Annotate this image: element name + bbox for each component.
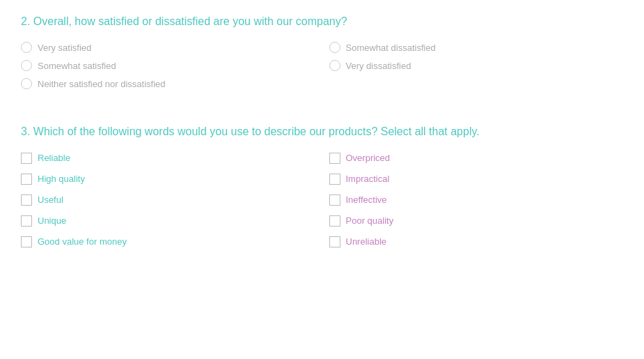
- radio-somewhat-dissatisfied[interactable]: Somewhat dissatisfied: [329, 42, 624, 53]
- radio-label-somewhat-dissatisfied: Somewhat dissatisfied: [346, 43, 436, 53]
- separator: [21, 96, 623, 124]
- radio-label-somewhat-satisfied: Somewhat satisfied: [38, 61, 116, 71]
- question-3: 3. Which of the following words would yo…: [21, 124, 623, 247]
- checkbox-label-reliable: Reliable: [38, 153, 70, 163]
- checkbox-label-unreliable: Unreliable: [346, 236, 387, 247]
- checkbox-reliable[interactable]: Reliable: [21, 153, 315, 164]
- checkbox-label-unique: Unique: [38, 215, 66, 226]
- radio-input-very-dissatisfied[interactable]: [329, 60, 340, 71]
- radio-label-very-satisfied: Very satisfied: [38, 43, 91, 53]
- question-2: 2. Overall, how satisfied or dissatisfie…: [21, 14, 623, 89]
- radio-input-somewhat-satisfied[interactable]: [21, 60, 32, 71]
- checkbox-label-good-value: Good value for money: [38, 236, 127, 247]
- question-2-options: Very satisfied Somewhat dissatisfied Som…: [21, 42, 623, 89]
- question-3-options: Reliable Overpriced High quality Impract…: [21, 153, 623, 247]
- radio-very-satisfied[interactable]: Very satisfied: [21, 42, 315, 53]
- checkbox-unique[interactable]: Unique: [21, 215, 315, 227]
- checkbox-useful[interactable]: Useful: [21, 194, 315, 206]
- checkbox-input-reliable[interactable]: [21, 153, 32, 164]
- checkbox-input-unreliable[interactable]: [329, 236, 340, 247]
- radio-label-very-dissatisfied: Very dissatisfied: [346, 61, 411, 71]
- radio-somewhat-satisfied[interactable]: Somewhat satisfied: [21, 60, 315, 71]
- radio-label-neither: Neither satisfied nor dissatisfied: [38, 79, 166, 89]
- checkbox-poor-quality[interactable]: Poor quality: [329, 215, 624, 227]
- radio-input-somewhat-dissatisfied[interactable]: [329, 42, 340, 53]
- checkbox-label-high-quality: High quality: [38, 174, 85, 184]
- radio-input-very-satisfied[interactable]: [21, 42, 32, 53]
- question-2-title: 2. Overall, how satisfied or dissatisfie…: [21, 14, 623, 29]
- checkbox-high-quality[interactable]: High quality: [21, 174, 315, 185]
- checkbox-overpriced[interactable]: Overpriced: [329, 153, 624, 164]
- checkbox-ineffective[interactable]: Ineffective: [329, 194, 624, 206]
- checkbox-label-useful: Useful: [38, 194, 63, 205]
- checkbox-label-ineffective: Ineffective: [346, 194, 387, 205]
- radio-very-dissatisfied[interactable]: Very dissatisfied: [329, 60, 624, 71]
- checkbox-label-poor-quality: Poor quality: [346, 215, 394, 226]
- checkbox-input-impractical[interactable]: [329, 174, 340, 185]
- radio-input-neither[interactable]: [21, 78, 32, 89]
- checkbox-input-poor-quality[interactable]: [329, 215, 340, 227]
- checkbox-label-impractical: Impractical: [346, 174, 390, 184]
- checkbox-input-good-value[interactable]: [21, 236, 32, 247]
- checkbox-input-useful[interactable]: [21, 194, 32, 206]
- checkbox-input-overpriced[interactable]: [329, 153, 340, 164]
- radio-neither[interactable]: Neither satisfied nor dissatisfied: [21, 78, 315, 89]
- checkbox-impractical[interactable]: Impractical: [329, 174, 624, 185]
- checkbox-label-overpriced: Overpriced: [346, 153, 391, 163]
- checkbox-input-ineffective[interactable]: [329, 194, 340, 206]
- checkbox-input-high-quality[interactable]: [21, 174, 32, 185]
- checkbox-good-value[interactable]: Good value for money: [21, 236, 315, 247]
- checkbox-input-unique[interactable]: [21, 215, 32, 227]
- question-3-title: 3. Which of the following words would yo…: [21, 124, 623, 139]
- checkbox-unreliable[interactable]: Unreliable: [329, 236, 624, 247]
